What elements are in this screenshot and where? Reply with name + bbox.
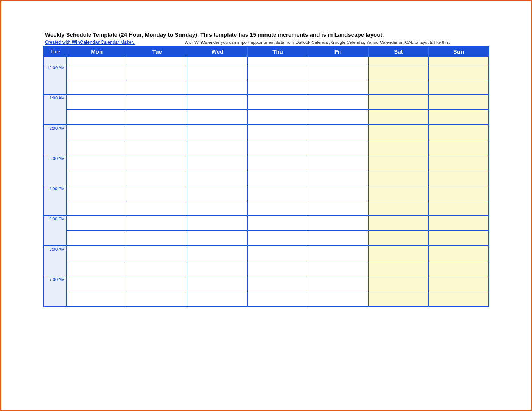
schedule-cell[interactable] <box>187 125 247 140</box>
schedule-cell[interactable] <box>187 170 247 185</box>
schedule-cell[interactable] <box>247 216 308 231</box>
schedule-cell[interactable] <box>247 79 308 95</box>
schedule-cell[interactable] <box>308 110 368 125</box>
schedule-cell-weekend[interactable] <box>368 57 428 64</box>
schedule-cell-weekend[interactable] <box>429 140 489 155</box>
schedule-cell[interactable] <box>67 125 127 140</box>
schedule-cell[interactable] <box>67 79 127 95</box>
schedule-cell-weekend[interactable] <box>429 125 489 140</box>
schedule-cell[interactable] <box>187 155 247 170</box>
schedule-cell-weekend[interactable] <box>429 276 489 291</box>
schedule-cell[interactable] <box>67 57 127 64</box>
schedule-cell-weekend[interactable] <box>368 140 428 155</box>
schedule-cell[interactable] <box>308 246 368 261</box>
schedule-cell[interactable] <box>187 291 247 306</box>
schedule-cell[interactable] <box>187 64 247 79</box>
schedule-cell[interactable] <box>187 216 247 231</box>
schedule-cell[interactable] <box>247 170 308 185</box>
schedule-cell-weekend[interactable] <box>368 246 428 261</box>
schedule-cell-weekend[interactable] <box>429 246 489 261</box>
schedule-cell-weekend[interactable] <box>429 95 489 110</box>
schedule-cell[interactable] <box>308 155 368 170</box>
schedule-cell[interactable] <box>67 140 127 155</box>
schedule-cell-weekend[interactable] <box>429 185 489 200</box>
schedule-cell[interactable] <box>67 231 127 246</box>
schedule-cell-weekend[interactable] <box>429 57 489 64</box>
schedule-cell[interactable] <box>127 261 187 276</box>
schedule-cell[interactable] <box>127 125 187 140</box>
schedule-cell[interactable] <box>187 231 247 246</box>
schedule-cell-weekend[interactable] <box>429 231 489 246</box>
schedule-cell[interactable] <box>308 64 368 79</box>
schedule-cell-weekend[interactable] <box>429 110 489 125</box>
schedule-cell[interactable] <box>308 79 368 95</box>
schedule-cell-weekend[interactable] <box>368 125 428 140</box>
schedule-cell[interactable] <box>187 185 247 200</box>
schedule-cell[interactable] <box>308 95 368 110</box>
schedule-cell[interactable] <box>67 200 127 216</box>
schedule-cell[interactable] <box>247 64 308 79</box>
schedule-cell[interactable] <box>127 276 187 291</box>
schedule-cell[interactable] <box>67 170 127 185</box>
schedule-cell[interactable] <box>308 125 368 140</box>
schedule-cell-weekend[interactable] <box>368 231 428 246</box>
schedule-cell[interactable] <box>187 110 247 125</box>
schedule-cell[interactable] <box>247 185 308 200</box>
schedule-cell-weekend[interactable] <box>368 216 428 231</box>
schedule-cell[interactable] <box>187 95 247 110</box>
schedule-cell[interactable] <box>67 110 127 125</box>
schedule-cell[interactable] <box>127 216 187 231</box>
schedule-cell-weekend[interactable] <box>429 64 489 79</box>
schedule-cell[interactable] <box>247 125 308 140</box>
credit-link[interactable]: Created with WinCalendar Calendar Maker. <box>45 40 135 45</box>
schedule-cell[interactable] <box>247 200 308 216</box>
schedule-cell[interactable] <box>67 276 127 291</box>
schedule-cell-weekend[interactable] <box>368 155 428 170</box>
schedule-cell-weekend[interactable] <box>429 200 489 216</box>
schedule-cell[interactable] <box>67 155 127 170</box>
schedule-cell-weekend[interactable] <box>368 95 428 110</box>
schedule-cell[interactable] <box>127 291 187 306</box>
schedule-cell[interactable] <box>67 64 127 79</box>
schedule-cell-weekend[interactable] <box>368 170 428 185</box>
schedule-cell[interactable] <box>67 291 127 306</box>
schedule-cell[interactable] <box>187 140 247 155</box>
schedule-cell-weekend[interactable] <box>429 155 489 170</box>
schedule-cell[interactable] <box>247 291 308 306</box>
schedule-cell[interactable] <box>308 185 368 200</box>
schedule-cell[interactable] <box>247 231 308 246</box>
schedule-cell[interactable] <box>187 79 247 95</box>
schedule-cell[interactable] <box>127 95 187 110</box>
schedule-cell[interactable] <box>127 185 187 200</box>
schedule-cell-weekend[interactable] <box>368 200 428 216</box>
schedule-cell[interactable] <box>127 170 187 185</box>
schedule-cell-weekend[interactable] <box>368 64 428 79</box>
schedule-cell[interactable] <box>127 79 187 95</box>
schedule-cell[interactable] <box>127 110 187 125</box>
schedule-cell[interactable] <box>127 140 187 155</box>
schedule-cell-weekend[interactable] <box>429 291 489 306</box>
schedule-cell[interactable] <box>308 261 368 276</box>
schedule-cell-weekend[interactable] <box>429 216 489 231</box>
schedule-cell[interactable] <box>247 140 308 155</box>
schedule-cell[interactable] <box>247 276 308 291</box>
schedule-cell-weekend[interactable] <box>429 79 489 95</box>
schedule-cell[interactable] <box>308 216 368 231</box>
schedule-cell[interactable] <box>308 140 368 155</box>
schedule-cell[interactable] <box>67 95 127 110</box>
schedule-cell[interactable] <box>187 261 247 276</box>
schedule-cell[interactable] <box>187 276 247 291</box>
schedule-cell[interactable] <box>67 185 127 200</box>
schedule-cell-weekend[interactable] <box>368 79 428 95</box>
schedule-cell[interactable] <box>308 200 368 216</box>
schedule-cell-weekend[interactable] <box>368 110 428 125</box>
schedule-cell[interactable] <box>308 57 368 64</box>
schedule-cell[interactable] <box>67 246 127 261</box>
schedule-cell[interactable] <box>247 155 308 170</box>
schedule-cell[interactable] <box>308 170 368 185</box>
schedule-cell-weekend[interactable] <box>368 185 428 200</box>
schedule-cell[interactable] <box>187 57 247 64</box>
schedule-cell[interactable] <box>247 57 308 64</box>
schedule-cell[interactable] <box>127 231 187 246</box>
schedule-cell[interactable] <box>247 110 308 125</box>
